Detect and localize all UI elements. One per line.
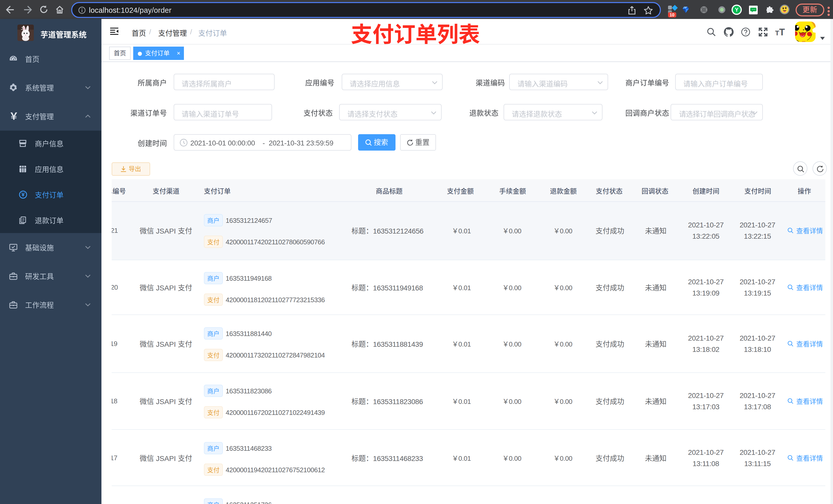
svg-text:￥: ￥	[9, 112, 19, 121]
svg-text:￥: ￥	[21, 191, 25, 198]
